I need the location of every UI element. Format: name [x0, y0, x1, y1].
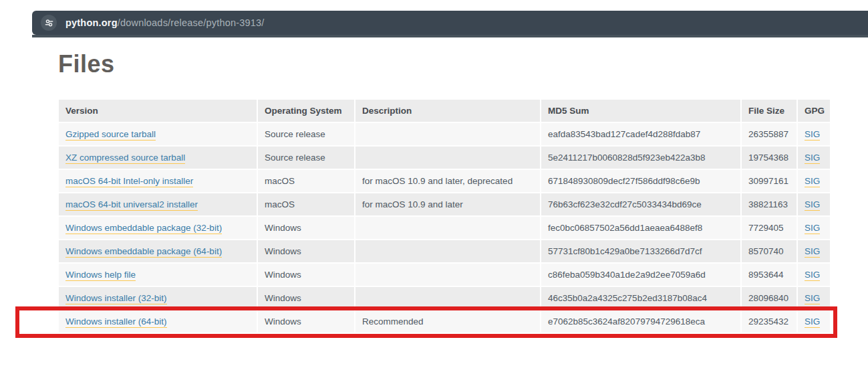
sig-link[interactable]: SIG — [805, 223, 820, 234]
os-cell: Windows — [258, 240, 355, 264]
description-cell — [355, 240, 541, 264]
md5-cell: c86feba059b340a1de2a9d2ee7059a6d — [541, 264, 742, 287]
gpg-cell: SIG — [798, 310, 830, 334]
sig-link[interactable]: SIG — [805, 246, 820, 258]
column-header-md5: MD5 Sum — [541, 100, 742, 123]
sig-link[interactable]: SIG — [805, 176, 820, 187]
table-header-row: Version Operating System Description MD5… — [59, 100, 830, 123]
file-version-link[interactable]: Windows help file — [65, 270, 136, 281]
file-version-link[interactable]: Windows installer (64-bit) — [65, 316, 167, 328]
md5-cell: 671848930809decf27f586ddf98c6e9b — [541, 170, 742, 193]
table-row: macOS 64-bit universal2 installermacOSfo… — [59, 193, 830, 217]
browser-url-bar[interactable]: python.org/downloads/release/python-3913… — [32, 11, 868, 35]
column-header-description: Description — [355, 100, 541, 123]
os-cell: Windows — [258, 217, 355, 240]
table-row-highlighted: Windows installer (64-bit)WindowsRecomme… — [59, 310, 830, 334]
url-path: /downloads/release/python-3913/ — [118, 17, 265, 28]
gpg-cell: SIG — [798, 170, 830, 193]
filesize-cell: 26355887 — [742, 123, 798, 147]
description-cell — [355, 147, 541, 170]
filesize-cell: 38821163 — [742, 193, 798, 217]
gpg-cell: SIG — [798, 287, 830, 310]
gpg-cell: SIG — [798, 123, 830, 147]
filesize-cell: 29235432 — [742, 310, 798, 334]
os-cell: Source release — [258, 147, 355, 170]
file-version-link[interactable]: macOS 64-bit Intel-only installer — [65, 176, 193, 187]
file-version-link[interactable]: Windows embeddable package (64-bit) — [65, 246, 222, 258]
os-cell: macOS — [258, 170, 355, 193]
file-version-link[interactable]: XZ compressed source tarball — [65, 153, 185, 164]
version-cell: Windows installer (32-bit) — [59, 287, 258, 310]
version-cell: Windows installer (64-bit) — [59, 310, 258, 334]
version-cell: Gzipped source tarball — [59, 123, 258, 147]
description-cell — [355, 217, 541, 240]
md5-cell: fec0bc06857502a56dd1aeaea6488ef8 — [541, 217, 742, 240]
gpg-cell: SIG — [798, 264, 830, 287]
version-cell: macOS 64-bit universal2 installer — [59, 193, 258, 217]
os-cell: Windows — [258, 287, 355, 310]
column-header-version: Version — [59, 100, 258, 123]
version-cell: Windows embeddable package (64-bit) — [59, 240, 258, 264]
filesize-cell: 28096840 — [742, 287, 798, 310]
os-cell: Windows — [258, 264, 355, 287]
md5-cell: 5e2411217b0060828d5f923eb422a3b8 — [541, 147, 742, 170]
table-row: Gzipped source tarballSource releaseeafd… — [59, 123, 830, 147]
filesize-cell: 30997161 — [742, 170, 798, 193]
os-cell: Windows — [258, 310, 355, 334]
description-cell: for macOS 10.9 and later — [355, 193, 541, 217]
table-row: Windows installer (32-bit)Windows46c35b0… — [59, 287, 830, 310]
md5-cell: 46c35b0a2a4325c275b2ed3187b08ac4 — [541, 287, 742, 310]
table-row: Windows embeddable package (32-bit)Windo… — [59, 217, 830, 240]
version-cell: XZ compressed source tarball — [59, 147, 258, 170]
table-row: macOS 64-bit Intel-only installermacOSfo… — [59, 170, 830, 193]
table-row: Windows help fileWindowsc86feba059b340a1… — [59, 264, 830, 287]
tune-icon[interactable] — [41, 15, 57, 31]
gpg-cell: SIG — [798, 193, 830, 217]
description-cell: for macOS 10.9 and later, deprecated — [355, 170, 541, 193]
version-cell: Windows embeddable package (32-bit) — [59, 217, 258, 240]
files-table-body: Gzipped source tarballSource releaseeafd… — [59, 123, 830, 334]
file-version-link[interactable]: Windows installer (32-bit) — [65, 293, 167, 304]
tune-icon-glyph — [44, 18, 54, 28]
url-text: python.org/downloads/release/python-3913… — [65, 17, 265, 28]
file-version-link[interactable]: macOS 64-bit universal2 installer — [65, 199, 198, 211]
column-header-os: Operating System — [258, 100, 355, 123]
description-cell — [355, 264, 541, 287]
version-cell: macOS 64-bit Intel-only installer — [59, 170, 258, 193]
filesize-cell: 8570740 — [742, 240, 798, 264]
filesize-cell: 19754368 — [742, 147, 798, 170]
filesize-cell: 7729405 — [742, 217, 798, 240]
sig-link[interactable]: SIG — [805, 129, 820, 141]
md5-cell: e7062b85c3624af82079794729618eca — [541, 310, 742, 334]
table-row: XZ compressed source tarballSource relea… — [59, 147, 830, 170]
os-cell: Source release — [258, 123, 355, 147]
column-header-filesize: File Size — [742, 100, 798, 123]
os-cell: macOS — [258, 193, 355, 217]
description-cell — [355, 123, 541, 147]
column-header-gpg: GPG — [798, 100, 830, 123]
table-row: Windows embeddable package (64-bit)Windo… — [59, 240, 830, 264]
sig-link[interactable]: SIG — [805, 153, 820, 164]
sig-link[interactable]: SIG — [805, 270, 820, 281]
sig-link[interactable]: SIG — [805, 316, 820, 328]
files-table: Version Operating System Description MD5… — [59, 100, 830, 334]
md5-cell: 76b63cf623e32cdf27c5033434bd69ce — [541, 193, 742, 217]
page-title: Files — [58, 50, 115, 79]
version-cell: Windows help file — [59, 264, 258, 287]
sig-link[interactable]: SIG — [805, 199, 820, 211]
gpg-cell: SIG — [798, 217, 830, 240]
gpg-cell: SIG — [798, 147, 830, 170]
md5-cell: 57731cf80b1c429a0be7133266d7d7cf — [541, 240, 742, 264]
url-host: python.org — [65, 17, 118, 28]
description-cell — [355, 287, 541, 310]
gpg-cell: SIG — [798, 240, 830, 264]
description-cell: Recommended — [355, 310, 541, 334]
file-version-link[interactable]: Gzipped source tarball — [65, 129, 156, 141]
sig-link[interactable]: SIG — [805, 293, 820, 304]
md5-cell: eafda83543bad127cadef4d288fdab87 — [541, 123, 742, 147]
file-version-link[interactable]: Windows embeddable package (32-bit) — [65, 223, 222, 234]
filesize-cell: 8953644 — [742, 264, 798, 287]
